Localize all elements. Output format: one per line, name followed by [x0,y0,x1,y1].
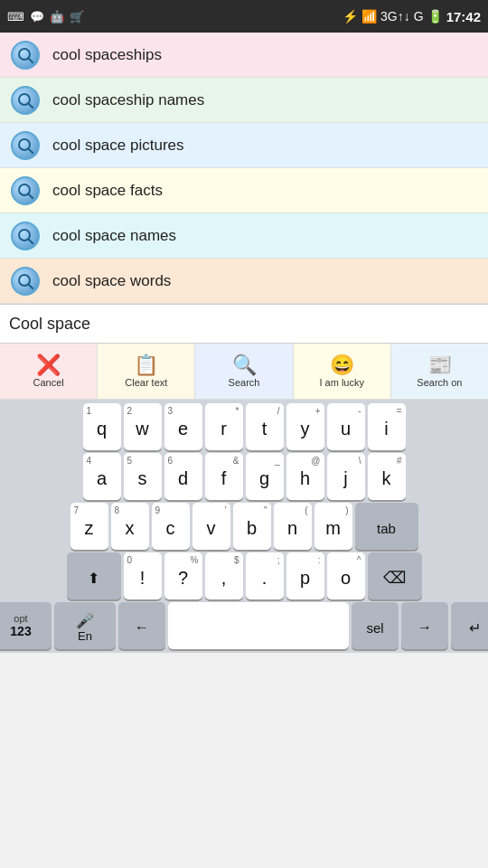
key-t[interactable]: /t [246,403,284,450]
key-u[interactable]: -u [327,403,365,450]
lucky-icon: 😄 [330,355,354,375]
key-c[interactable]: 9c [152,503,190,550]
key-q[interactable]: 1q [83,403,121,450]
shop-status-icon: 🛒 [70,10,84,24]
cancel-button[interactable]: ❌ Cancel [0,344,98,399]
list-item[interactable]: cool space pictures [0,123,488,168]
clear-label: Clear text [125,377,167,388]
key-g[interactable]: _g [246,453,284,500]
key-opt[interactable]: opt 123 [0,602,52,649]
search-input[interactable] [9,315,479,334]
key-period[interactable]: ;. [246,552,284,599]
android-status-icon: 🤖 [50,10,64,24]
status-icons-left: ⌨ 💬 🤖 🛒 [7,10,84,24]
signal-3g-icon: 3G↑↓ [380,9,410,24]
status-bar: ⌨ 💬 🤖 🛒 ⚡ 📶 3G↑↓ G 🔋 17:42 [0,0,488,33]
key-arrow-left[interactable]: ← [118,602,165,649]
key-n[interactable]: (n [274,503,312,550]
key-i[interactable]: =i [368,403,406,450]
key-a[interactable]: 4a [83,453,121,500]
list-item[interactable]: cool space words [0,259,488,304]
cancel-label: Cancel [33,377,63,388]
key-sel[interactable]: sel [352,602,399,649]
key-r[interactable]: *r [205,403,243,450]
search-icon [11,176,40,205]
key-p[interactable]: :p [286,552,324,599]
clear-icon: 📋 [134,355,158,375]
key-j[interactable]: \j [327,453,365,500]
key-exclaim[interactable]: 0! [124,552,162,599]
keyboard-row-1: 1q 2w 3e *r /t +y -u =i [2,403,486,450]
key-backspace[interactable]: ⌫ [368,552,422,599]
g-icon: G [414,9,424,24]
key-tab[interactable]: tab [355,503,418,550]
key-b[interactable]: "b [233,503,271,550]
key-comma[interactable]: $, [205,552,243,599]
lucky-button[interactable]: 😄 I am lucky [294,344,391,399]
key-question[interactable]: %? [164,552,202,599]
cancel-icon: ❌ [36,355,61,375]
key-enter[interactable]: ↵ [451,602,488,649]
status-icons-right: ⚡ 📶 3G↑↓ G 🔋 17:42 [343,9,481,24]
keyboard-row-5: opt 123 🎤 En ← sel → ↵ [2,602,486,649]
keyboard-row-2: 4a 5s 6d &f _g @h \j #k [2,453,486,500]
key-w[interactable]: 2w [124,403,162,450]
search-input-bar [0,304,488,344]
search-label: Search [229,377,260,388]
status-time: 17:42 [446,9,481,24]
suggestion-text: cool space words [52,272,171,290]
key-z[interactable]: 7z [70,503,108,550]
key-shift[interactable]: ⬆ [67,552,121,599]
key-y[interactable]: +y [286,403,324,450]
suggestion-text: cool space pictures [52,137,184,155]
search-icon [11,131,40,160]
search-icon: 🔍 [232,355,257,375]
keyboard-row-4: ⬆ 0! %? $, ;. :p ^o ⌫ [2,552,486,599]
key-lang[interactable]: 🎤 En [54,602,116,649]
search-on-button[interactable]: 📰 Search on [391,344,488,399]
key-h[interactable]: @h [286,453,324,500]
key-e[interactable]: 3e [164,403,202,450]
search-icon [11,222,40,250]
key-m[interactable]: )m [314,503,352,550]
list-item[interactable]: cool spaceships [0,33,488,78]
search-button[interactable]: 🔍 Search [195,344,293,399]
search-icon [11,267,40,296]
key-o[interactable]: ^o [327,552,365,599]
keyboard-status-icon: ⌨ [7,10,24,24]
clear-text-button[interactable]: 📋 Clear text [98,344,195,399]
suggestions-list: cool spaceships cool spaceship names coo… [0,33,488,304]
lucky-label: I am lucky [319,377,364,388]
key-x[interactable]: 8x [111,503,149,550]
list-item[interactable]: cool space facts [0,168,488,213]
keyboard: 1q 2w 3e *r /t +y -u =i 4a 5s 6d &f _g @… [0,400,488,653]
searchon-label: Search on [417,377,462,388]
sms-status-icon: 💬 [30,10,44,24]
keyboard-row-3: 7z 8x 9c 'v "b (n )m tab [2,503,486,550]
suggestion-text: cool spaceship names [52,91,204,109]
wifi-status-icon: 📶 [361,9,377,24]
key-v[interactable]: 'v [192,503,230,550]
suggestion-text: cool space facts [52,182,163,200]
suggestion-text: cool spaceships [52,46,162,64]
key-arrow-right[interactable]: → [401,602,448,649]
key-s[interactable]: 5s [124,453,162,500]
search-icon [11,86,40,115]
keyboard-toolbar: ❌ Cancel 📋 Clear text 🔍 Search 😄 I am lu… [0,344,488,400]
list-item[interactable]: cool spaceship names [0,78,488,123]
list-item[interactable]: cool space names [0,213,488,259]
lightning-status-icon: ⚡ [343,9,358,24]
search-icon [11,41,40,70]
key-d[interactable]: 6d [164,453,202,500]
battery-status-icon: 🔋 [427,9,443,24]
key-f[interactable]: &f [205,453,243,500]
key-space[interactable] [168,602,349,649]
searchon-icon: 📰 [427,355,452,375]
key-k[interactable]: #k [368,453,406,500]
suggestion-text: cool space names [52,227,176,245]
